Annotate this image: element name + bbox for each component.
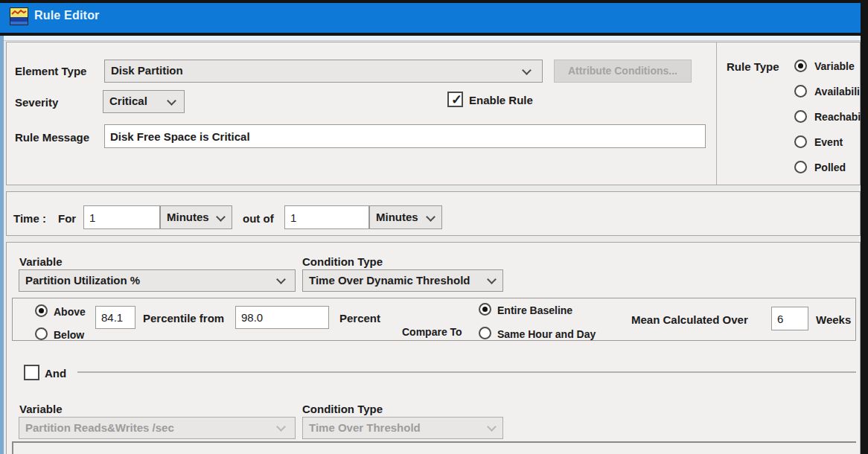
chevron-down-icon (276, 422, 286, 432)
screenshot-top-edge (0, 0, 868, 3)
window-title: Rule Editor (34, 9, 100, 22)
rule-type-divider (716, 42, 717, 185)
rule-message-input[interactable] (104, 124, 706, 148)
and-divider (77, 371, 856, 373)
percentile-from-label: Percentile from (143, 312, 224, 324)
variable1-value: Partition Utilization % (25, 274, 140, 287)
entire-baseline-radio[interactable] (479, 303, 491, 316)
rule-type-radio-reachability[interactable] (794, 110, 807, 123)
condition-type2-label: Condition Type (302, 403, 383, 415)
compare-to-label: Compare To (402, 326, 462, 338)
entire-baseline-label[interactable]: Entire Baseline (497, 304, 572, 316)
severity-label: Severity (15, 96, 58, 109)
time-for-input[interactable] (83, 205, 160, 229)
above-label[interactable]: Above (54, 306, 86, 318)
time-out-unit-value: Minutes (376, 211, 418, 223)
rule-type-option-variable[interactable]: Variable (814, 60, 855, 72)
rule-type-option-reachability[interactable]: Reachabi (814, 111, 861, 123)
below-label[interactable]: Below (54, 329, 84, 341)
condition-type2-value: Time Over Threshold (309, 421, 421, 434)
checkmark-icon: ✓ (451, 92, 462, 108)
time-for-unit-value: Minutes (167, 211, 209, 223)
rule-type-radio-polled[interactable] (794, 161, 807, 173)
below-radio[interactable] (35, 327, 48, 340)
window-left-border (0, 36, 4, 454)
chevron-down-icon (426, 212, 435, 222)
and-label: And (45, 367, 66, 380)
rule-type-label: Rule Type (727, 60, 779, 73)
severity-value: Critical (109, 95, 147, 107)
percentile-value-input[interactable] (235, 306, 329, 329)
rule-type-radio-event[interactable] (794, 135, 807, 148)
attribute-conditions-button[interactable]: Attribute Conditions... (554, 60, 692, 83)
time-out-unit-dropdown[interactable]: Minutes (369, 205, 442, 229)
element-type-value: Disk Partition (111, 64, 183, 77)
time-out-of-label: out of (243, 212, 274, 225)
chevron-down-icon (522, 65, 532, 75)
variable1-dropdown[interactable]: Partition Utilization % (19, 269, 296, 292)
time-for-label: For (58, 212, 76, 225)
time-out-input[interactable] (284, 205, 369, 229)
enable-rule-checkbox[interactable]: ✓ (447, 92, 463, 107)
variable2-label: Variable (19, 403, 63, 415)
mean-weeks-input[interactable] (771, 307, 808, 330)
above-radio[interactable] (35, 304, 48, 317)
chevron-down-icon (276, 275, 286, 284)
rule-type-option-event[interactable]: Event (814, 136, 843, 148)
rule-type-radio-variable[interactable] (794, 60, 807, 72)
rule-editor-window: Rule Editor Element Type Disk Partition … (0, 0, 868, 454)
variable2-value: Partition Reads&Writes /sec (25, 421, 174, 434)
weeks-label: Weeks (816, 313, 851, 326)
chevron-down-icon (216, 212, 226, 222)
screenshot-right-edge (861, 0, 868, 454)
chevron-down-icon (167, 96, 176, 106)
chevron-down-icon (487, 275, 497, 284)
mean-calculated-over-label: Mean Calculated Over (631, 313, 748, 326)
same-hour-day-label[interactable]: Same Hour and Day (497, 328, 596, 340)
condition-type1-dropdown[interactable]: Time Over Dynamic Threshold (302, 269, 503, 292)
cutoff-subpanel-left-border (12, 441, 13, 454)
percent-label: Percent (339, 312, 380, 324)
and-checkbox[interactable] (24, 365, 39, 380)
threshold-value-input[interactable] (95, 306, 135, 329)
element-type-label: Element Type (15, 65, 86, 77)
condition-type1-label: Condition Type (302, 255, 383, 268)
titlebar-lower-band (0, 36, 861, 41)
condition-type2-dropdown: Time Over Threshold (302, 417, 503, 439)
element-type-dropdown[interactable]: Disk Partition (104, 60, 543, 83)
severity-dropdown[interactable]: Critical (103, 90, 185, 113)
cutoff-subpanel-border (12, 441, 856, 443)
condition-type1-value: Time Over Dynamic Threshold (309, 274, 470, 287)
title-bar: Rule Editor (0, 0, 861, 33)
rule-type-option-polled[interactable]: Polled (814, 162, 846, 173)
time-label: Time : (13, 212, 46, 225)
variable1-label: Variable (19, 255, 63, 268)
variable2-dropdown: Partition Reads&Writes /sec (19, 417, 296, 439)
rule-type-radio-availability[interactable] (794, 85, 807, 97)
rule-type-option-availability[interactable]: Availabili (814, 86, 860, 97)
chevron-down-icon (487, 422, 497, 432)
enable-rule-label: Enable Rule (469, 94, 533, 106)
rule-message-label: Rule Message (15, 131, 89, 144)
rule-chart-icon (10, 7, 28, 25)
time-for-unit-dropdown[interactable]: Minutes (160, 205, 232, 229)
same-hour-day-radio[interactable] (479, 327, 491, 339)
